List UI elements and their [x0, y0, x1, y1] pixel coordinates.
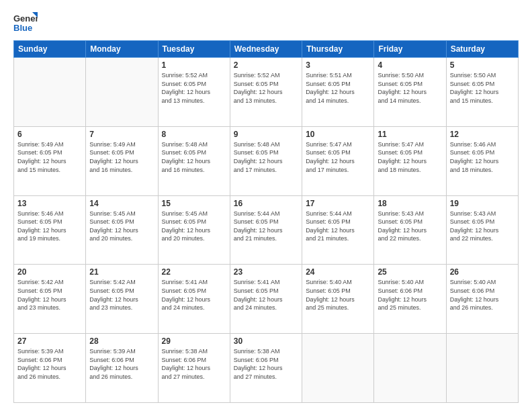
calendar-cell: 30Sunrise: 5:38 AM Sunset: 6:06 PM Dayli… — [230, 334, 302, 403]
cell-info: Sunrise: 5:39 AM Sunset: 6:06 PM Dayligh… — [17, 347, 82, 381]
weekday-header-row: SundayMondayTuesdayWednesdayThursdayFrid… — [14, 41, 519, 58]
cell-info: Sunrise: 5:45 AM Sunset: 6:05 PM Dayligh… — [162, 210, 226, 243]
logo: General Blue — [13, 11, 38, 35]
cell-info: Sunrise: 5:46 AM Sunset: 6:05 PM Dayligh… — [17, 210, 82, 243]
day-number: 11 — [378, 130, 442, 139]
weekday-sunday: Sunday — [14, 41, 86, 58]
day-number: 23 — [234, 267, 298, 277]
calendar-cell: 14Sunrise: 5:45 AM Sunset: 6:05 PM Dayli… — [86, 195, 158, 265]
calendar-cell: 20Sunrise: 5:42 AM Sunset: 6:05 PM Dayli… — [14, 265, 86, 334]
page-header: General Blue — [13, 11, 519, 35]
cell-info: Sunrise: 5:38 AM Sunset: 6:06 PM Dayligh… — [234, 347, 298, 381]
svg-text:Blue: Blue — [13, 23, 32, 33]
cell-info: Sunrise: 5:51 AM Sunset: 6:05 PM Dayligh… — [306, 71, 370, 105]
cell-info: Sunrise: 5:50 AM Sunset: 6:05 PM Dayligh… — [450, 71, 515, 105]
calendar-cell — [302, 334, 374, 403]
calendar-week-3: 13Sunrise: 5:46 AM Sunset: 6:05 PM Dayli… — [14, 195, 519, 265]
day-number: 12 — [450, 130, 515, 139]
weekday-monday: Monday — [86, 41, 158, 58]
weekday-friday: Friday — [374, 41, 446, 58]
calendar-cell: 6Sunrise: 5:49 AM Sunset: 6:05 PM Daylig… — [14, 126, 86, 195]
day-number: 15 — [162, 199, 226, 208]
calendar-cell: 23Sunrise: 5:41 AM Sunset: 6:05 PM Dayli… — [230, 265, 302, 334]
weekday-wednesday: Wednesday — [230, 41, 302, 58]
calendar-cell: 9Sunrise: 5:48 AM Sunset: 6:05 PM Daylig… — [230, 126, 302, 195]
cell-info: Sunrise: 5:42 AM Sunset: 6:05 PM Dayligh… — [17, 278, 82, 312]
day-number: 25 — [378, 267, 442, 277]
calendar-cell — [446, 334, 518, 403]
day-number: 17 — [306, 199, 370, 208]
day-number: 30 — [234, 336, 298, 346]
calendar-cell: 7Sunrise: 5:49 AM Sunset: 6:05 PM Daylig… — [86, 126, 158, 195]
cell-info: Sunrise: 5:39 AM Sunset: 6:06 PM Dayligh… — [89, 347, 154, 381]
calendar-cell: 2Sunrise: 5:52 AM Sunset: 6:05 PM Daylig… — [230, 58, 302, 127]
calendar-cell: 1Sunrise: 5:52 AM Sunset: 6:05 PM Daylig… — [158, 58, 230, 127]
cell-info: Sunrise: 5:49 AM Sunset: 6:05 PM Dayligh… — [17, 140, 82, 174]
cell-info: Sunrise: 5:47 AM Sunset: 6:05 PM Dayligh… — [378, 140, 442, 174]
day-number: 27 — [17, 336, 82, 346]
day-number: 20 — [17, 267, 82, 277]
cell-info: Sunrise: 5:45 AM Sunset: 6:05 PM Dayligh… — [89, 210, 154, 243]
cell-info: Sunrise: 5:43 AM Sunset: 6:05 PM Dayligh… — [450, 210, 515, 243]
cell-info: Sunrise: 5:40 AM Sunset: 6:06 PM Dayligh… — [378, 278, 442, 312]
calendar-cell: 24Sunrise: 5:40 AM Sunset: 6:05 PM Dayli… — [302, 265, 374, 334]
calendar-week-5: 27Sunrise: 5:39 AM Sunset: 6:06 PM Dayli… — [14, 334, 519, 403]
calendar-cell: 13Sunrise: 5:46 AM Sunset: 6:05 PM Dayli… — [14, 195, 86, 265]
cell-info: Sunrise: 5:41 AM Sunset: 6:05 PM Dayligh… — [162, 278, 226, 312]
day-number: 7 — [89, 130, 154, 139]
calendar-cell: 21Sunrise: 5:42 AM Sunset: 6:05 PM Dayli… — [86, 265, 158, 334]
day-number: 10 — [306, 130, 370, 139]
day-number: 21 — [89, 267, 154, 277]
cell-info: Sunrise: 5:52 AM Sunset: 6:05 PM Dayligh… — [234, 71, 298, 105]
day-number: 26 — [450, 267, 515, 277]
calendar-cell: 28Sunrise: 5:39 AM Sunset: 6:06 PM Dayli… — [86, 334, 158, 403]
day-number: 14 — [89, 199, 154, 208]
calendar-cell: 8Sunrise: 5:48 AM Sunset: 6:05 PM Daylig… — [158, 126, 230, 195]
day-number: 6 — [17, 130, 82, 139]
day-number: 29 — [162, 336, 226, 346]
calendar-week-2: 6Sunrise: 5:49 AM Sunset: 6:05 PM Daylig… — [14, 126, 519, 195]
day-number: 2 — [234, 60, 298, 70]
cell-info: Sunrise: 5:44 AM Sunset: 6:05 PM Dayligh… — [234, 210, 298, 243]
weekday-tuesday: Tuesday — [158, 41, 230, 58]
calendar-cell: 25Sunrise: 5:40 AM Sunset: 6:06 PM Dayli… — [374, 265, 446, 334]
cell-info: Sunrise: 5:50 AM Sunset: 6:05 PM Dayligh… — [378, 71, 442, 105]
day-number: 28 — [89, 336, 154, 346]
calendar-week-4: 20Sunrise: 5:42 AM Sunset: 6:05 PM Dayli… — [14, 265, 519, 334]
cell-info: Sunrise: 5:40 AM Sunset: 6:06 PM Dayligh… — [450, 278, 515, 312]
calendar-cell: 16Sunrise: 5:44 AM Sunset: 6:05 PM Dayli… — [230, 195, 302, 265]
calendar-cell: 10Sunrise: 5:47 AM Sunset: 6:05 PM Dayli… — [302, 126, 374, 195]
cell-info: Sunrise: 5:43 AM Sunset: 6:05 PM Dayligh… — [378, 210, 442, 243]
calendar-cell: 18Sunrise: 5:43 AM Sunset: 6:05 PM Dayli… — [374, 195, 446, 265]
weekday-saturday: Saturday — [446, 41, 518, 58]
logo-icon: General Blue — [13, 11, 38, 35]
weekday-thursday: Thursday — [302, 41, 374, 58]
day-number: 13 — [17, 199, 82, 208]
day-number: 18 — [378, 199, 442, 208]
cell-info: Sunrise: 5:52 AM Sunset: 6:05 PM Dayligh… — [162, 71, 226, 105]
day-number: 3 — [306, 60, 370, 70]
cell-info: Sunrise: 5:44 AM Sunset: 6:05 PM Dayligh… — [306, 210, 370, 243]
day-number: 24 — [306, 267, 370, 277]
calendar-week-1: 1Sunrise: 5:52 AM Sunset: 6:05 PM Daylig… — [14, 58, 519, 127]
svg-text:General: General — [13, 13, 38, 24]
cell-info: Sunrise: 5:48 AM Sunset: 6:05 PM Dayligh… — [162, 140, 226, 174]
calendar-cell — [374, 334, 446, 403]
calendar-cell: 11Sunrise: 5:47 AM Sunset: 6:05 PM Dayli… — [374, 126, 446, 195]
cell-info: Sunrise: 5:48 AM Sunset: 6:05 PM Dayligh… — [234, 140, 298, 174]
cell-info: Sunrise: 5:46 AM Sunset: 6:05 PM Dayligh… — [450, 140, 515, 174]
calendar-cell: 27Sunrise: 5:39 AM Sunset: 6:06 PM Dayli… — [14, 334, 86, 403]
calendar-cell: 12Sunrise: 5:46 AM Sunset: 6:05 PM Dayli… — [446, 126, 518, 195]
day-number: 16 — [234, 199, 298, 208]
cell-info: Sunrise: 5:47 AM Sunset: 6:05 PM Dayligh… — [306, 140, 370, 174]
calendar-cell: 15Sunrise: 5:45 AM Sunset: 6:05 PM Dayli… — [158, 195, 230, 265]
calendar-cell: 5Sunrise: 5:50 AM Sunset: 6:05 PM Daylig… — [446, 58, 518, 127]
calendar-cell — [86, 58, 158, 127]
calendar-cell: 19Sunrise: 5:43 AM Sunset: 6:05 PM Dayli… — [446, 195, 518, 265]
day-number: 22 — [162, 267, 226, 277]
day-number: 5 — [450, 60, 515, 70]
calendar-cell: 22Sunrise: 5:41 AM Sunset: 6:05 PM Dayli… — [158, 265, 230, 334]
cell-info: Sunrise: 5:49 AM Sunset: 6:05 PM Dayligh… — [89, 140, 154, 174]
calendar-cell: 26Sunrise: 5:40 AM Sunset: 6:06 PM Dayli… — [446, 265, 518, 334]
cell-info: Sunrise: 5:38 AM Sunset: 6:06 PM Dayligh… — [162, 347, 226, 381]
